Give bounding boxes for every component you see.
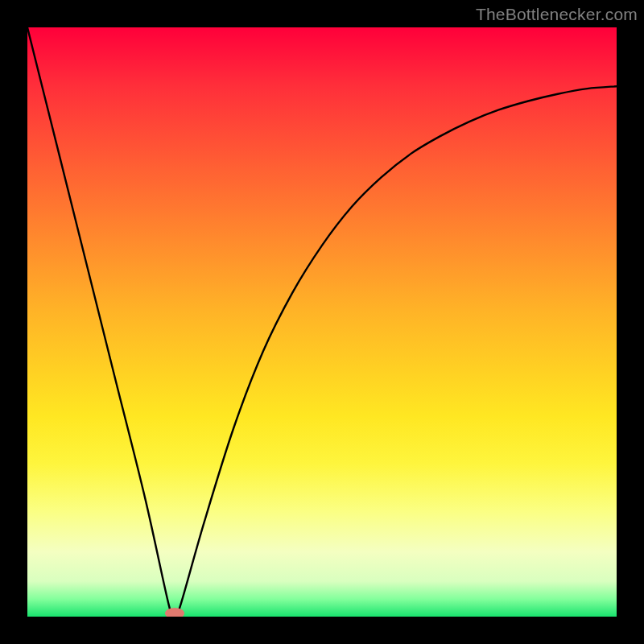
watermark-text: TheBottlenecker.com bbox=[476, 5, 638, 24]
bottleneck-curve bbox=[27, 27, 617, 617]
curve-svg bbox=[27, 27, 617, 617]
chart-frame: TheBottlenecker.com bbox=[0, 0, 644, 644]
plot-area bbox=[27, 27, 617, 617]
minimum-marker bbox=[165, 608, 184, 617]
